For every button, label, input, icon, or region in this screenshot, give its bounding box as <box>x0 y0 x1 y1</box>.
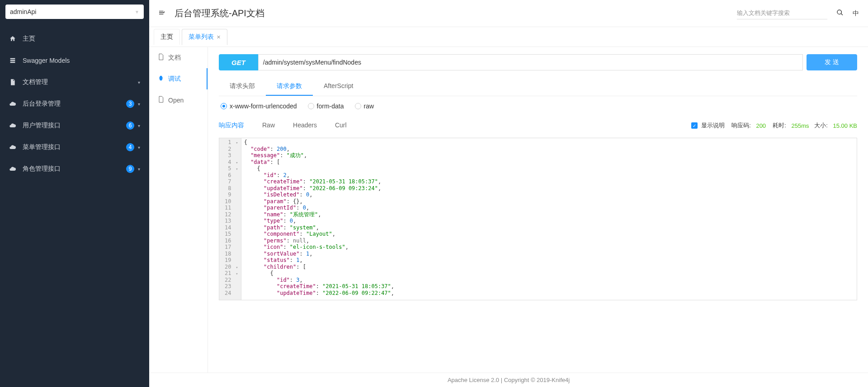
nav-badge: 3 <box>126 100 134 108</box>
nav-item-5[interactable]: 菜单管理接口 4 ▾ <box>0 136 149 158</box>
api-group-select[interactable]: adminApi ▼ <box>5 5 144 19</box>
bug-icon <box>157 75 165 83</box>
radio-label: form-data <box>317 103 344 110</box>
search-input[interactable]: 输入文档关键字搜索 <box>737 7 827 19</box>
resp-tab-2[interactable]: Headers <box>293 119 317 132</box>
side-tab-调试[interactable]: 调试 <box>149 68 208 89</box>
radio-icon <box>221 103 227 109</box>
tab-label: 菜单列表 <box>189 33 214 41</box>
http-method: GET <box>219 54 258 70</box>
chevron-down-icon: ▾ <box>138 123 140 128</box>
side-tab-label: 文档 <box>168 54 181 62</box>
radio-icon <box>308 103 314 109</box>
topbar: 后台管理系统-API文档 输入文档关键字搜索 中 <box>149 0 868 27</box>
nav-item-0[interactable]: 主页 <box>0 28 149 50</box>
response-editor[interactable]: 1 ▾2 3 4 ▾5 ▾6 7 8 9 10 11 12 13 14 15 1… <box>219 138 857 300</box>
page-tabs: 主页菜单列表✕ <box>149 27 868 47</box>
models-icon <box>9 57 17 64</box>
nav-label: 后台登录管理 <box>23 100 126 108</box>
radio-label: raw <box>364 103 374 110</box>
nav-item-3[interactable]: 后台登录管理 3 ▾ <box>0 93 149 115</box>
doc-icon <box>9 79 17 86</box>
response-code: { "code": 200, "message": "成功", "data": … <box>241 138 857 300</box>
side-tab-label: 调试 <box>168 75 181 83</box>
main: 后台管理系统-API文档 输入文档关键字搜索 中 主页菜单列表✕ 文档调试Ope… <box>149 0 868 387</box>
nav-badge: 9 <box>126 165 134 173</box>
file-icon <box>157 96 165 104</box>
collapse-icon[interactable] <box>158 9 165 18</box>
resp-code-value: 200 <box>756 122 766 129</box>
request-tabs: 请求头部请求参数AfterScript <box>219 78 857 96</box>
radio-label: x-www-form-urlencoded <box>230 103 297 110</box>
tab-1[interactable]: 菜单列表✕ <box>182 29 227 45</box>
resp-time-label: 耗时: <box>773 121 786 130</box>
nav-item-4[interactable]: 用户管理接口 6 ▾ <box>0 115 149 136</box>
side-tab-文档[interactable]: 文档 <box>149 47 208 68</box>
nav-badge: 6 <box>126 121 134 130</box>
chevron-down-icon: ▾ <box>138 80 140 85</box>
url-input[interactable]: /admin/system/sysMenu/findNodes <box>258 54 803 70</box>
body-type-radio-2[interactable]: raw <box>355 103 374 110</box>
nav-label: Swagger Models <box>23 57 140 64</box>
body-type-radio-0[interactable]: x-www-form-urlencoded <box>221 103 297 110</box>
response-tabs: 响应内容RawHeadersCurl <box>219 119 347 132</box>
nav-label: 文档管理 <box>23 78 138 86</box>
close-icon[interactable]: ✕ <box>217 34 221 40</box>
nav-badge: 4 <box>126 143 134 151</box>
tab-0[interactable]: 主页 <box>154 29 180 45</box>
nav-label: 主页 <box>23 35 140 43</box>
debug-panel: GET /admin/system/sysMenu/findNodes 发 送 … <box>208 47 868 373</box>
chevron-down-icon: ▾ <box>138 102 140 107</box>
side-tab-Open[interactable]: Open <box>149 89 208 111</box>
nav-label: 用户管理接口 <box>23 121 126 130</box>
search-icon[interactable] <box>836 9 844 18</box>
cloud-icon <box>9 100 17 107</box>
side-tab-label: Open <box>168 97 184 104</box>
cloud-icon <box>9 165 17 173</box>
file-icon <box>157 53 165 62</box>
checkbox-icon[interactable]: ✓ <box>691 122 698 129</box>
radio-icon <box>355 103 361 109</box>
resp-size-value: 15.00 KB <box>833 122 858 129</box>
chevron-down-icon: ▾ <box>138 145 140 150</box>
chevron-down-icon: ▼ <box>135 9 139 14</box>
resp-time-value: 255ms <box>792 122 809 129</box>
resp-code-label: 响应码: <box>731 121 751 130</box>
doc-side-tabs: 文档调试Open <box>149 47 208 373</box>
req-tab-2[interactable]: AfterScript <box>313 78 364 96</box>
send-button[interactable]: 发 送 <box>807 54 857 70</box>
footer: Apache License 2.0 | Copyright © 2019-Kn… <box>149 373 868 387</box>
nav-label: 角色管理接口 <box>23 165 126 173</box>
show-desc-label: 显示说明 <box>701 121 725 130</box>
line-gutter: 1 ▾2 3 4 ▾5 ▾6 7 8 9 10 11 12 13 14 15 1… <box>219 138 241 300</box>
req-tab-1[interactable]: 请求参数 <box>266 78 313 96</box>
nav-item-1[interactable]: Swagger Models <box>0 50 149 71</box>
req-tab-0[interactable]: 请求头部 <box>219 78 266 96</box>
chevron-down-icon: ▾ <box>138 167 140 172</box>
nav-label: 菜单管理接口 <box>23 143 126 151</box>
tab-label: 主页 <box>160 33 173 41</box>
nav-menu: 主页 Swagger Models 文档管理 ▾ 后台登录管理 3 ▾ 用户管理… <box>0 23 149 387</box>
nav-item-2[interactable]: 文档管理 ▾ <box>0 71 149 93</box>
page-title: 后台管理系统-API文档 <box>175 7 737 19</box>
body-type-radios: x-www-form-urlencodedform-dataraw <box>219 103 857 110</box>
language-toggle[interactable]: 中 <box>853 9 859 18</box>
sidebar: adminApi ▼ 主页 Swagger Models 文档管理 ▾ 后台登录… <box>0 0 149 387</box>
cloud-icon <box>9 122 17 129</box>
resp-size-label: 大小: <box>814 121 828 130</box>
url-bar: GET /admin/system/sysMenu/findNodes 发 送 <box>219 54 857 70</box>
response-header: 响应内容RawHeadersCurl ✓ 显示说明 响应码: 200 耗时: 2… <box>219 119 857 132</box>
api-group-value: adminApi <box>10 8 36 15</box>
response-meta: ✓ 显示说明 响应码: 200 耗时: 255ms 大小: 15.00 KB <box>691 121 857 130</box>
body-type-radio-1[interactable]: form-data <box>308 103 344 110</box>
home-icon <box>9 35 17 42</box>
cloud-icon <box>9 144 17 151</box>
nav-item-6[interactable]: 角色管理接口 9 ▾ <box>0 158 149 180</box>
resp-tab-3[interactable]: Curl <box>335 119 347 132</box>
resp-tab-1[interactable]: Raw <box>262 119 275 132</box>
resp-tab-0[interactable]: 响应内容 <box>219 119 244 132</box>
